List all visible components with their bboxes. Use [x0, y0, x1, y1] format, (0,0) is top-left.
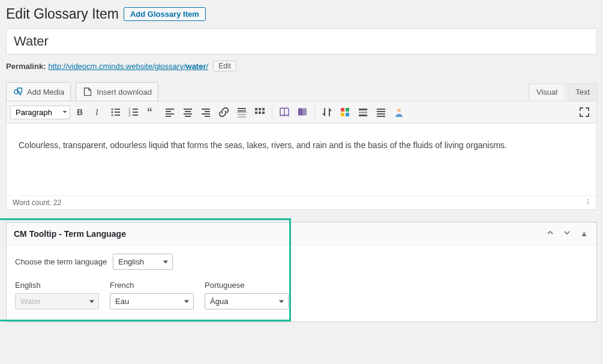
insert-download-button[interactable]: Insert download — [76, 82, 158, 101]
align-right-button[interactable] — [197, 104, 214, 121]
page-title: Edit Glossary Item — [6, 6, 119, 22]
color-squares-icon[interactable] — [337, 104, 353, 121]
svg-rect-45 — [359, 115, 367, 116]
editor-statusbar: Word count: 22 ⠇ — [7, 195, 596, 209]
bullet-list-button[interactable] — [107, 104, 124, 121]
svg-rect-41 — [341, 113, 344, 116]
link-button[interactable] — [215, 104, 232, 121]
svg-point-50 — [397, 109, 401, 112]
svg-rect-25 — [202, 109, 210, 110]
sort-icon[interactable] — [319, 104, 335, 121]
fullscreen-button[interactable] — [576, 104, 593, 121]
svg-rect-15 — [133, 115, 138, 116]
svg-rect-38 — [262, 112, 265, 114]
numbered-list-button[interactable]: 123 — [125, 104, 142, 121]
tab-text[interactable]: Text — [568, 83, 598, 101]
portuguese-term-select[interactable]: Água — [205, 293, 289, 309]
svg-rect-24 — [185, 116, 191, 117]
svg-rect-13 — [133, 112, 138, 113]
svg-rect-29 — [238, 108, 246, 109]
svg-rect-40 — [346, 108, 349, 112]
svg-rect-26 — [205, 111, 210, 112]
term-language-select[interactable]: English — [113, 254, 173, 270]
permalink-link[interactable]: http://videocm.cminds.website/glossary/w… — [48, 62, 208, 71]
svg-text:I: I — [95, 108, 99, 117]
french-label: French — [110, 281, 194, 290]
justify-icon[interactable] — [373, 104, 389, 121]
svg-rect-31 — [238, 114, 246, 115]
svg-rect-44 — [359, 112, 367, 113]
editor-toolbar: Paragraph B I 123 “ — [7, 101, 596, 124]
svg-rect-36 — [255, 112, 257, 114]
add-glossary-item-button[interactable]: Add Glossary Item — [124, 7, 206, 21]
svg-rect-30 — [238, 110, 246, 112]
french-term-select[interactable]: Eau — [110, 293, 194, 309]
svg-rect-39 — [341, 108, 344, 112]
align-center-button[interactable] — [179, 104, 196, 121]
permalink-row: Permalink: http://videocm.cminds.website… — [6, 61, 597, 71]
permalink-edit-button[interactable]: Edit — [213, 61, 236, 71]
svg-rect-47 — [377, 111, 385, 112]
svg-rect-42 — [346, 113, 349, 116]
svg-rect-7 — [115, 112, 120, 113]
svg-rect-35 — [262, 108, 265, 110]
align-left-button[interactable] — [161, 104, 178, 121]
svg-rect-28 — [205, 116, 210, 117]
svg-rect-11 — [133, 109, 138, 110]
svg-rect-5 — [115, 109, 120, 110]
bold-button[interactable]: B — [71, 104, 88, 121]
english-term-select: Water — [15, 293, 99, 309]
word-count: Word count: 22 — [13, 198, 61, 207]
english-label: English — [15, 281, 99, 290]
svg-point-0 — [14, 89, 19, 94]
svg-rect-46 — [377, 109, 385, 110]
italic-button[interactable]: I — [89, 104, 106, 121]
svg-rect-49 — [377, 116, 385, 117]
format-select[interactable]: Paragraph — [10, 106, 70, 119]
svg-point-6 — [112, 112, 113, 113]
read-more-button[interactable] — [233, 104, 250, 121]
resize-handle[interactable]: ⠇ — [586, 198, 590, 207]
svg-point-8 — [112, 115, 113, 116]
book-open-icon[interactable] — [276, 104, 293, 121]
choose-term-language-label: Choose the term language — [15, 257, 107, 266]
svg-rect-22 — [185, 111, 191, 112]
download-icon — [82, 86, 93, 97]
editor-wrap: Paragraph B I 123 “ Colourless, transpar… — [6, 101, 597, 210]
book-solid-icon[interactable] — [294, 104, 311, 121]
media-icon — [13, 86, 23, 97]
svg-text:“: “ — [147, 106, 152, 118]
postbox-title: CM Tooltip - Term Language — [14, 229, 126, 239]
cm-tooltip-postbox: CM Tooltip - Term Language ▴ Choose the … — [6, 222, 597, 322]
move-up-icon[interactable] — [545, 228, 556, 239]
svg-rect-37 — [259, 112, 261, 114]
blockquote-button[interactable]: “ — [143, 104, 160, 121]
title-input[interactable] — [6, 28, 597, 55]
svg-rect-23 — [184, 113, 192, 115]
svg-rect-27 — [202, 113, 210, 115]
toggle-panel-icon[interactable]: ▴ — [578, 228, 589, 239]
svg-rect-48 — [377, 113, 385, 115]
svg-rect-20 — [166, 116, 171, 117]
tab-visual[interactable]: Visual — [529, 83, 565, 101]
svg-rect-19 — [166, 113, 174, 115]
svg-text:3: 3 — [128, 113, 131, 117]
svg-rect-32 — [238, 116, 246, 118]
svg-rect-43 — [359, 109, 367, 110]
svg-text:B: B — [77, 107, 83, 117]
svg-rect-21 — [184, 109, 192, 110]
svg-rect-17 — [166, 109, 174, 110]
portuguese-label: Portuguese — [205, 281, 289, 290]
toolbar-toggle-button[interactable] — [251, 104, 268, 121]
svg-rect-33 — [255, 108, 257, 110]
move-down-icon[interactable] — [562, 228, 572, 239]
svg-rect-9 — [115, 115, 120, 116]
layout-icon[interactable] — [355, 104, 371, 121]
svg-rect-34 — [259, 108, 261, 110]
svg-rect-18 — [166, 111, 171, 112]
add-media-button[interactable]: Add Media — [6, 82, 71, 101]
user-icon[interactable] — [391, 104, 407, 121]
permalink-label: Permalink: — [6, 62, 46, 71]
svg-point-4 — [112, 109, 113, 110]
editor-content[interactable]: Colourless, transparent, odourless liqui… — [7, 124, 596, 195]
